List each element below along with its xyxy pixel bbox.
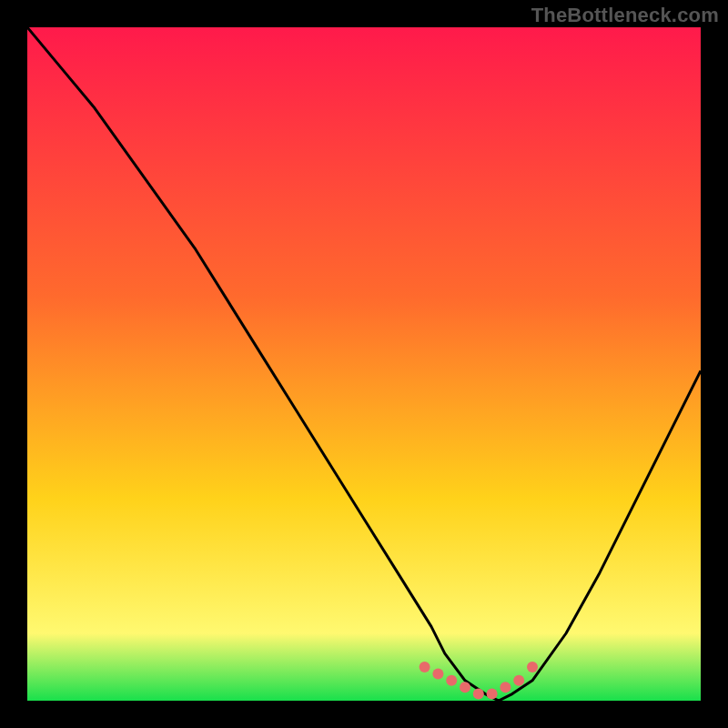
watermark-label: TheBottleneck.com — [531, 4, 719, 27]
optimal-marker — [513, 675, 524, 686]
plot-area — [27, 27, 701, 701]
gradient-background — [27, 27, 701, 701]
optimal-marker — [460, 682, 470, 693]
optimal-marker — [487, 689, 498, 700]
optimal-marker — [527, 662, 538, 672]
optimal-marker — [473, 689, 484, 700]
bottleneck-chart — [27, 27, 701, 701]
optimal-marker — [432, 668, 443, 679]
optimal-marker — [446, 675, 457, 686]
chart-frame: TheBottleneck.com — [0, 0, 728, 728]
optimal-marker — [500, 682, 511, 693]
optimal-marker — [420, 662, 430, 672]
